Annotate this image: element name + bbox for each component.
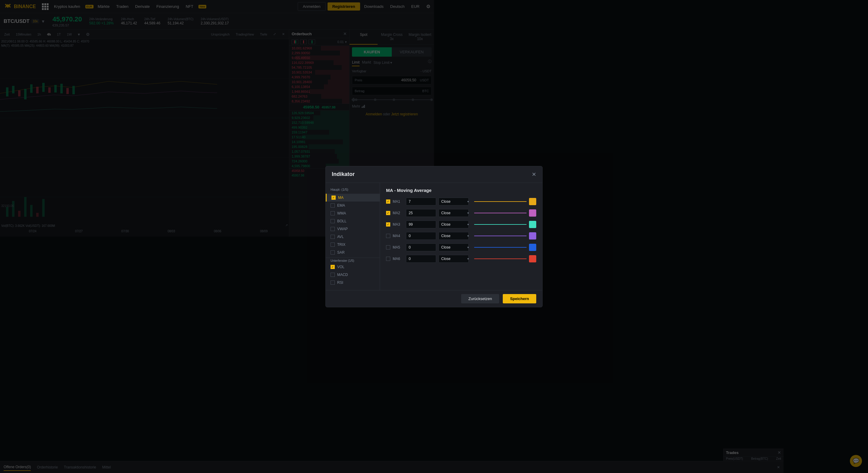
indicator-modal: Indikator ✕ Haupt- (1/5) MA EMA WMA (326, 166, 434, 237)
ma2-row: MA2 CloseOpenHighLow (386, 209, 434, 217)
haupt-section-title: Haupt- (1/5) (326, 187, 380, 194)
ma2-checkbox[interactable] (386, 211, 390, 215)
ema-label: EMA (337, 203, 345, 208)
ma2-value-input[interactable] (406, 209, 434, 217)
ma-label: MA (338, 196, 343, 200)
ma-checkbox[interactable] (332, 196, 336, 200)
indicator-boll[interactable]: BOLL (326, 217, 380, 225)
indicator-vwap[interactable]: VWAP (326, 225, 380, 233)
ma4-value-input[interactable] (406, 232, 434, 237)
modal-overlay[interactable]: Indikator ✕ Haupt- (1/5) MA EMA WMA (0, 0, 434, 236)
ma2-label: MA2 (393, 211, 404, 215)
ma1-row: MA1 CloseOpenHighLow (386, 198, 434, 205)
indicator-wma[interactable]: WMA (326, 209, 380, 217)
ma3-label: MA3 (393, 222, 404, 227)
ma4-checkbox[interactable] (386, 234, 390, 237)
ma1-value-input[interactable] (406, 198, 434, 205)
wma-label: WMA (337, 211, 346, 215)
indicator-ema[interactable]: EMA (326, 202, 380, 209)
ma1-label: MA1 (393, 199, 404, 204)
ma3-checkbox[interactable] (386, 222, 390, 227)
indicator-ma[interactable]: MA (326, 194, 380, 202)
ma3-value-input[interactable] (406, 221, 434, 228)
vwap-checkbox[interactable] (331, 227, 335, 231)
ma4-row: MA4 CloseOpenHighLow (386, 232, 434, 237)
content-title: MA - Moving Average (386, 188, 434, 193)
wma-checkbox[interactable] (331, 211, 335, 215)
modal-sidebar: Haupt- (1/5) MA EMA WMA BOLL (326, 183, 380, 237)
ema-checkbox[interactable] (331, 203, 335, 208)
ma3-row: MA3 CloseOpenHighLow (386, 221, 434, 228)
modal-title: Indikator (332, 171, 355, 177)
avl-checkbox[interactable] (331, 235, 335, 237)
avl-label: AVL (337, 235, 344, 237)
vwap-label: VWAP (337, 227, 348, 231)
boll-checkbox[interactable] (331, 219, 335, 223)
modal-content: MA - Moving Average MA1 CloseOpenHighLow (380, 183, 434, 237)
indicator-avl[interactable]: AVL (326, 233, 380, 237)
modal-header: Indikator ✕ (326, 166, 434, 183)
boll-label: BOLL (337, 219, 346, 223)
ma4-label: MA4 (393, 234, 404, 237)
ma1-checkbox[interactable] (386, 199, 390, 204)
modal-body: Haupt- (1/5) MA EMA WMA BOLL (326, 183, 434, 237)
